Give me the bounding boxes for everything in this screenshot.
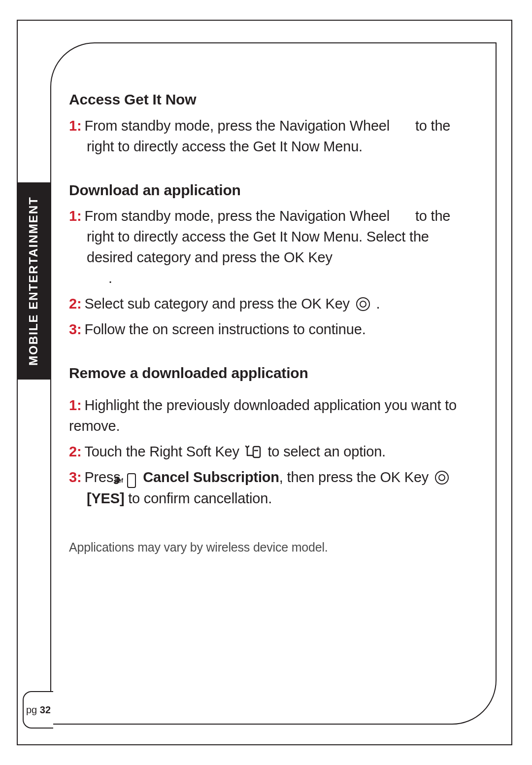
svg-point-0 bbox=[357, 298, 369, 311]
step-text: From standby mode, press the Navigation … bbox=[84, 208, 390, 224]
section-access-get-it-now: Access Get It Now 1:From standby mode, p… bbox=[69, 89, 472, 157]
step-text: Highlight the previously downloaded appl… bbox=[69, 397, 457, 434]
step-number: 1: bbox=[69, 208, 81, 224]
key-3def-icon: 3def bbox=[127, 473, 136, 488]
step-text: to select an option. bbox=[268, 444, 386, 459]
step-1: 1:From standby mode, press the Navigatio… bbox=[69, 115, 472, 157]
step-1: 1:From standby mode, press the Navigatio… bbox=[69, 206, 472, 288]
step-3: 3:Follow the on screen instructions to c… bbox=[69, 319, 472, 340]
section-heading: Download an application bbox=[69, 179, 472, 201]
manual-page: MOBILE ENTERTAINMENT Access Get It Now 1… bbox=[0, 0, 532, 765]
footnote: Applications may vary by wireless device… bbox=[69, 538, 472, 556]
step-number: 2: bbox=[69, 296, 81, 312]
step-text: Follow the on screen instructions to con… bbox=[84, 321, 366, 337]
step-text: Touch the Right Soft Key bbox=[84, 444, 239, 459]
cancel-subscription-label: Cancel Subscription bbox=[143, 469, 279, 485]
ok-key-icon bbox=[356, 297, 370, 312]
section-heading: Remove a downloaded application bbox=[69, 362, 472, 384]
content: Access Get It Now 1:From standby mode, p… bbox=[69, 89, 472, 556]
ok-key-icon bbox=[434, 470, 449, 485]
step-2: 2:Select sub category and press the OK K… bbox=[69, 293, 472, 314]
side-tab-label: MOBILE ENTERTAINMENT bbox=[27, 196, 40, 366]
step-number: 3: bbox=[69, 321, 81, 337]
side-tab: MOBILE ENTERTAINMENT bbox=[17, 182, 50, 380]
step-1: 1:Highlight the previously downloaded ap… bbox=[69, 395, 472, 436]
page-number-tab: pg 32 bbox=[23, 691, 53, 729]
step-text: , then press the OK Key bbox=[279, 469, 429, 485]
yes-label: [YES] bbox=[87, 490, 124, 506]
svg-point-5 bbox=[439, 475, 445, 481]
step-number: 1: bbox=[69, 118, 81, 134]
step-3: 3:Press 3def Cancel Subscription, then p… bbox=[69, 467, 472, 509]
section-download-app: Download an application 1:From standby m… bbox=[69, 179, 472, 340]
right-soft-key-icon bbox=[245, 445, 262, 459]
step-text: From standby mode, press the Navigation … bbox=[84, 118, 390, 134]
svg-point-1 bbox=[360, 301, 366, 307]
section-remove-app: Remove a downloaded application 1:Highli… bbox=[69, 362, 472, 509]
section-heading: Access Get It Now bbox=[69, 89, 472, 110]
content-panel: Access Get It Now 1:From standby mode, p… bbox=[50, 42, 497, 725]
page-number: pg 32 bbox=[26, 704, 51, 716]
step-text: Select sub category and press the OK Key bbox=[84, 296, 349, 312]
period: . bbox=[108, 270, 112, 286]
step-number: 1: bbox=[69, 397, 81, 413]
step-2: 2:Touch the Right Soft Key to select an … bbox=[69, 441, 472, 462]
step-number: 3: bbox=[69, 469, 81, 485]
svg-point-4 bbox=[435, 471, 448, 484]
period: . bbox=[376, 296, 380, 312]
step-text: to confirm cancellation. bbox=[124, 490, 272, 506]
step-number: 2: bbox=[69, 444, 81, 459]
svg-rect-2 bbox=[253, 447, 260, 457]
